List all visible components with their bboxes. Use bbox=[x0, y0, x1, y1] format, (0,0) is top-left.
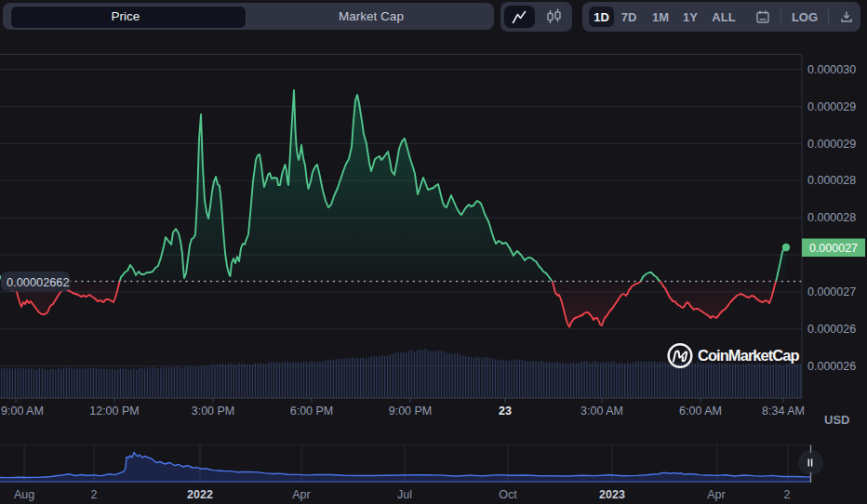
svg-text:12:00 PM: 12:00 PM bbox=[89, 405, 140, 418]
svg-text:2: 2 bbox=[784, 488, 791, 501]
svg-text:6:00 AM: 6:00 AM bbox=[679, 405, 722, 418]
svg-text:6:00 PM: 6:00 PM bbox=[290, 405, 334, 418]
svg-text:0.000029: 0.000029 bbox=[807, 100, 856, 113]
svg-text:Apr: Apr bbox=[707, 488, 725, 501]
svg-text:2022: 2022 bbox=[187, 488, 213, 501]
svg-text:Jul: Jul bbox=[397, 488, 412, 501]
svg-text:3:00 PM: 3:00 PM bbox=[192, 405, 235, 418]
svg-text:9:00 AM: 9:00 AM bbox=[1, 405, 44, 418]
svg-text:0.000028: 0.000028 bbox=[807, 174, 856, 187]
svg-text:CoinMarketCap: CoinMarketCap bbox=[698, 347, 800, 364]
svg-text:0.000029: 0.000029 bbox=[807, 138, 856, 151]
svg-text:23: 23 bbox=[499, 405, 512, 418]
svg-text:0.00002662: 0.00002662 bbox=[7, 275, 70, 289]
svg-text:8:34 AM: 8:34 AM bbox=[762, 405, 805, 418]
svg-text:0.000026: 0.000026 bbox=[807, 323, 856, 336]
svg-text:Oct: Oct bbox=[499, 488, 517, 501]
svg-text:USD: USD bbox=[824, 413, 849, 427]
svg-text:2023: 2023 bbox=[599, 488, 625, 501]
svg-text:0.000030: 0.000030 bbox=[807, 63, 856, 76]
svg-text:9:00 PM: 9:00 PM bbox=[389, 405, 433, 418]
svg-text:2: 2 bbox=[91, 488, 98, 501]
svg-text:0.000027: 0.000027 bbox=[809, 242, 858, 255]
svg-text:3:00 AM: 3:00 AM bbox=[580, 405, 623, 418]
svg-text:0.000026: 0.000026 bbox=[807, 360, 856, 373]
svg-text:0.000028: 0.000028 bbox=[807, 211, 856, 224]
svg-text:Apr: Apr bbox=[292, 488, 310, 501]
svg-text:Aug: Aug bbox=[14, 488, 34, 501]
svg-text:0.000027: 0.000027 bbox=[807, 285, 856, 298]
